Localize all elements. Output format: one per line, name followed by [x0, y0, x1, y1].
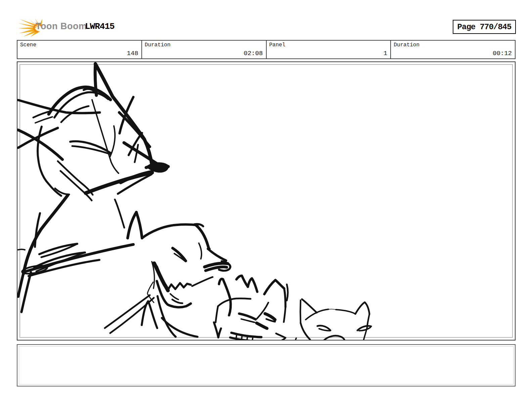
storyboard-page: { "branding": { "logo_text": "Toon Boom"… — [0, 0, 532, 411]
project-code: LWR415 — [85, 21, 115, 32]
storyboard-panel — [17, 61, 516, 340]
field-panel-duration: Duration 00:12 — [391, 41, 515, 58]
field-scene-value: 148 — [127, 50, 138, 57]
field-scene-duration: Duration 02:08 — [142, 41, 267, 58]
field-scene-label: Scene — [20, 42, 36, 48]
field-panel-value: 1 — [384, 50, 387, 57]
toonboom-wordmark: Toon Boom — [36, 21, 87, 32]
page-number-label: Page 770/845 — [457, 22, 512, 32]
sketch-large-wolf — [18, 64, 168, 312]
storyboard-sketch — [17, 62, 515, 340]
sketch-grinning-wolf — [105, 212, 230, 337]
field-scene: Scene 148 — [17, 41, 142, 58]
field-panel: Panel 1 — [267, 41, 391, 58]
toonboom-logo: Toon Boom LWR415 — [18, 17, 119, 37]
field-scene-duration-value: 02:08 — [243, 50, 263, 57]
caption-box — [17, 344, 516, 386]
field-panel-duration-label: Duration — [394, 42, 419, 48]
field-panel-label: Panel — [269, 42, 285, 48]
info-fields-row: Scene 148 Duration 02:08 Panel 1 Duratio… — [17, 40, 516, 59]
sketch-frowning-cat — [296, 299, 371, 340]
sketch-spiky-cat — [214, 276, 288, 340]
field-panel-duration-value: 00:12 — [493, 50, 512, 57]
field-scene-duration-label: Duration — [145, 42, 171, 48]
caption-text — [19, 346, 514, 384]
page-number-box: Page 770/845 — [453, 20, 516, 34]
